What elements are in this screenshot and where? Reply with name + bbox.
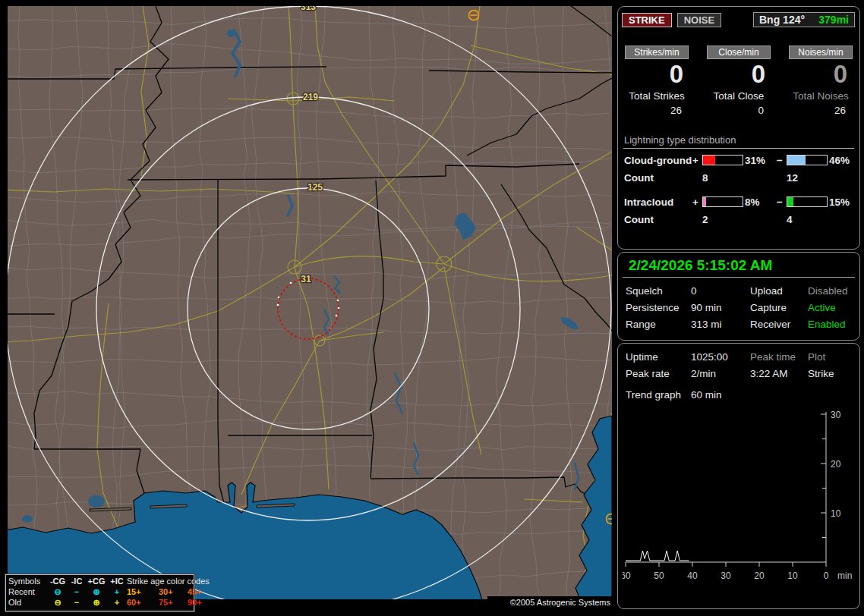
intracloud-label: Intracloud (624, 196, 692, 208)
lightning-map: 313 219 125 31 (8, 6, 612, 599)
status-panel: 2/24/2026 5:15:02 AM Squelch 0 Upload Di… (617, 252, 860, 341)
distribution-title: Lightning type distribution (623, 134, 854, 149)
counters-panel: STRIKE NOISE Bng 124° 379mi Strikes/min … (617, 6, 860, 250)
ic-negative-bar (787, 196, 828, 207)
map-canvas: 313 219 125 31 (8, 6, 612, 599)
age-90: 90+ (188, 597, 213, 608)
upload-status: Disabled (808, 285, 858, 297)
close-column: Close/min 0 Total Close 0 (706, 46, 771, 116)
ring-label-219: 219 (303, 92, 318, 102)
legend-row-old: Old (8, 597, 48, 608)
uptime-label: Uptime (626, 351, 691, 363)
copyright-label: ©2005 Astrogenic Systems (487, 596, 613, 609)
map-legend: Symbols -CG -IC +CG +IC Strike age color… (5, 574, 194, 611)
cg-negative-count: 12 (787, 172, 829, 184)
age-30: 30+ (159, 586, 188, 597)
upload-label: Upload (750, 285, 808, 297)
svg-text:60: 60 (623, 570, 631, 581)
svg-text:40: 40 (687, 570, 698, 581)
datetime-display: 2/24/2026 5:15:02 AM (623, 253, 855, 278)
capture-status: Active (808, 302, 858, 313)
legend-row-recent: Recent (8, 586, 48, 597)
pos-cg-old-icon: ⊕ (86, 597, 107, 608)
total-noises-value: 26 (788, 105, 853, 116)
noise-mode-button[interactable]: NOISE (677, 13, 721, 27)
peak-rate-value: 2/min (691, 368, 750, 379)
svg-text:50: 50 (654, 570, 664, 581)
total-close-label: Total Close (706, 90, 771, 102)
minus-sign: − (777, 155, 787, 166)
cg-positive-pct: 31% (745, 155, 777, 166)
count-label: Count (624, 172, 692, 184)
neg-ic-recent-icon: − (68, 586, 86, 597)
ic-positive-bar (702, 196, 743, 207)
legend-col-neg-cg: -CG (48, 576, 68, 586)
range-value: 313 mi (691, 319, 750, 330)
ic-positive-pct: 8% (745, 196, 777, 208)
close-per-min-button[interactable]: Close/min (707, 46, 771, 59)
neg-cg-recent-icon: ⊖ (48, 586, 68, 597)
uptime-value: 1025:00 (691, 351, 750, 363)
cg-negative-pct: 46% (829, 155, 860, 166)
plot-label: Plot (808, 351, 858, 363)
bearing-distance: 379mi (818, 14, 849, 26)
strikes-column: Strikes/min 0 Total Strikes 26 (624, 46, 689, 116)
range-label: Range (626, 319, 691, 330)
age-75: 75+ (159, 597, 188, 608)
cg-positive-count: 8 (702, 172, 745, 184)
squelch-label: Squelch (626, 285, 691, 297)
trend-graph-label: Trend graph (626, 389, 691, 401)
strike-mode-button[interactable]: STRIKE (622, 13, 672, 27)
bearing-label: Bng 124° (759, 14, 805, 26)
peak-time-value: 3:22 AM (750, 368, 808, 379)
total-close-value: 0 (706, 105, 771, 116)
ring-label-31: 31 (301, 274, 311, 284)
peak-rate-label: Peak rate (626, 368, 691, 379)
legend-col-pos-cg: +CG (86, 576, 107, 586)
neg-cg-old-icon: ⊖ (48, 597, 68, 608)
trend-panel: Uptime 1025:00 Peak time Plot Peak rate … (617, 343, 860, 609)
total-strikes-label: Total Strikes (624, 90, 689, 102)
svg-text:20: 20 (754, 570, 765, 581)
receiver-label: Receiver (750, 319, 808, 330)
svg-text:10: 10 (831, 508, 841, 519)
capture-label: Capture (750, 302, 808, 313)
nexstorm-app: { "toolbar": { "strike": "STRIKE", "nois… (0, 0, 864, 616)
svg-text:10: 10 (787, 570, 798, 581)
plus-sign: + (692, 155, 702, 166)
noises-per-min-button[interactable]: Noises/min (789, 46, 853, 59)
legend-age-header: Strike age color codes (127, 576, 213, 586)
trend-window-value: 60 min (691, 389, 750, 401)
pos-ic-recent-icon: + (107, 586, 127, 597)
plus-sign: + (692, 196, 702, 208)
legend-col-neg-ic: -IC (68, 576, 86, 586)
age-60: 60+ (127, 597, 159, 608)
minus-sign: − (777, 196, 787, 208)
ring-label-125: 125 (307, 182, 323, 193)
cg-positive-bar (702, 155, 743, 165)
neg-ic-old-icon: − (68, 597, 86, 608)
cg-negative-bar (787, 155, 828, 165)
pos-cg-recent-icon: ⊕ (86, 586, 107, 597)
squelch-value: 0 (691, 285, 750, 297)
receiver-status: Enabled (808, 319, 858, 330)
bearing-display: Bng 124° 379mi (753, 12, 855, 27)
age-45: 45+ (188, 586, 213, 597)
ic-positive-count: 2 (702, 214, 745, 225)
persistence-label: Persistence (626, 302, 691, 313)
cloud-ground-label: Cloud-ground (624, 155, 692, 166)
count-label: Count (624, 214, 692, 225)
noises-rate: 0 (788, 59, 853, 90)
svg-text:0: 0 (824, 570, 829, 581)
age-15: 15+ (127, 586, 159, 597)
plot-mode-value: Strike (808, 368, 858, 379)
ic-negative-pct: 15% (829, 196, 860, 208)
svg-text:30: 30 (831, 410, 841, 420)
svg-text:min: min (837, 570, 852, 581)
pos-ic-old-icon: + (107, 597, 127, 608)
close-rate: 0 (706, 59, 771, 90)
lightning-distribution: Lightning type distribution Cloud-ground… (618, 134, 859, 225)
strikes-per-min-button[interactable]: Strikes/min (625, 46, 689, 59)
ic-negative-count: 4 (787, 214, 829, 225)
peak-time-label: Peak time (750, 351, 808, 363)
